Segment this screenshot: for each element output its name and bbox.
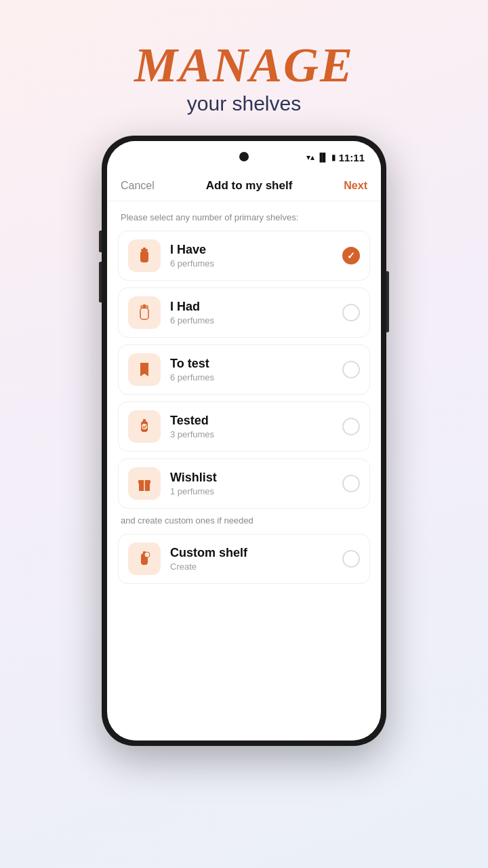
phone-frame: ▾▴ ▐▌ ▮ 11:11 Cancel Add to my shelf Nex… xyxy=(102,136,386,746)
shelf-count-wishlist: 1 perfumes xyxy=(170,486,342,496)
battery-icon: ▮ xyxy=(331,153,336,163)
shelf-name-tested: Tested xyxy=(170,414,342,428)
manage-title: MANAGE xyxy=(134,41,354,90)
gift-icon xyxy=(135,474,154,493)
shelf-count-i-have: 6 perfumes xyxy=(170,258,342,269)
bookmark-icon xyxy=(135,360,154,379)
shelf-icon-wrap-i-had xyxy=(128,296,161,329)
status-icons: ▾▴ ▐▌ ▮ 11:11 xyxy=(306,152,365,163)
shelf-info-wishlist: Wishlist 1 perfumes xyxy=(170,471,342,496)
cancel-button[interactable]: Cancel xyxy=(121,180,155,192)
shelf-info-tested: Tested 3 perfumes xyxy=(170,414,342,439)
shelf-name-i-had: I Had xyxy=(170,300,342,314)
svg-rect-5 xyxy=(143,304,146,307)
custom-bottle-icon xyxy=(135,549,154,568)
shelf-name-i-have: I Have xyxy=(170,243,342,257)
side-buttons-left xyxy=(99,231,102,302)
side-buttons-right xyxy=(386,271,389,332)
shelf-icon-wrap-to-test xyxy=(128,353,161,386)
shelf-info-to-test: To test 6 perfumes xyxy=(170,357,342,382)
content-area: Please select any number of primary shel… xyxy=(107,201,381,741)
power-button[interactable] xyxy=(386,271,389,332)
checkmark-icon: ✓ xyxy=(347,250,355,262)
svg-rect-1 xyxy=(140,251,148,262)
subtitle: your shelves xyxy=(134,92,354,115)
shelf-name-to-test: To test xyxy=(170,357,342,371)
shelf-count-custom: Create xyxy=(170,561,342,572)
next-button[interactable]: Next xyxy=(344,180,367,192)
shelf-name-custom: Custom shelf xyxy=(170,546,342,560)
shelf-info-i-have: I Have 6 perfumes xyxy=(170,243,342,269)
shelf-item-i-have[interactable]: I Have 6 perfumes ✓ xyxy=(118,231,370,281)
shelf-checkbox-custom[interactable] xyxy=(342,550,360,568)
shelf-item-tested[interactable]: Tested 3 perfumes xyxy=(118,401,370,452)
shelf-checkbox-i-have[interactable]: ✓ xyxy=(342,247,360,264)
shelf-checkbox-wishlist[interactable] xyxy=(342,475,360,492)
status-bar: ▾▴ ▐▌ ▮ 11:11 xyxy=(107,141,381,174)
signal-icon: ▐▌ xyxy=(317,153,329,163)
perfume-bottle-icon xyxy=(135,246,154,265)
shelf-info-i-had: I Had 6 perfumes xyxy=(170,300,342,326)
status-time: 11:11 xyxy=(339,152,365,163)
shelf-item-wishlist[interactable]: Wishlist 1 perfumes xyxy=(118,458,370,509)
camera-dot xyxy=(239,152,249,161)
shelf-item-to-test[interactable]: To test 6 perfumes xyxy=(118,344,370,395)
perfume-bottle-outline-icon xyxy=(135,303,154,322)
shelf-item-custom[interactable]: Custom shelf Create xyxy=(118,534,370,584)
volume-down-button[interactable] xyxy=(99,262,102,302)
shelf-info-custom: Custom shelf Create xyxy=(170,546,342,572)
shelf-checkbox-to-test[interactable] xyxy=(342,361,360,378)
custom-section-label: and create custom ones if needed xyxy=(121,515,367,526)
wifi-icon: ▾▴ xyxy=(306,153,314,163)
shelf-checkbox-i-had[interactable] xyxy=(342,304,360,321)
shelf-count-to-test: 6 perfumes xyxy=(170,372,342,382)
svg-point-14 xyxy=(144,552,150,557)
svg-rect-7 xyxy=(143,419,146,422)
svg-rect-2 xyxy=(143,248,146,250)
shelf-checkbox-tested[interactable] xyxy=(342,418,360,435)
top-nav: Cancel Add to my shelf Next xyxy=(107,174,381,201)
volume-up-button[interactable] xyxy=(99,231,102,252)
shelf-icon-wrap-custom xyxy=(128,542,161,575)
tested-bottle-icon xyxy=(135,417,154,436)
shelf-name-wishlist: Wishlist xyxy=(170,471,342,485)
shelf-icon-wrap-i-have xyxy=(128,239,161,272)
svg-rect-4 xyxy=(140,308,148,319)
primary-section-label: Please select any number of primary shel… xyxy=(118,212,370,222)
shelf-icon-wrap-wishlist xyxy=(128,467,161,500)
shelf-item-i-had[interactable]: I Had 6 perfumes xyxy=(118,288,370,338)
nav-title: Add to my shelf xyxy=(206,179,293,193)
shelf-count-i-had: 6 perfumes xyxy=(170,315,342,326)
header-section: MANAGE your shelves xyxy=(134,0,354,115)
shelf-count-tested: 3 perfumes xyxy=(170,429,342,439)
shelf-icon-wrap-tested xyxy=(128,410,161,443)
phone-screen: ▾▴ ▐▌ ▮ 11:11 Cancel Add to my shelf Nex… xyxy=(107,141,381,741)
